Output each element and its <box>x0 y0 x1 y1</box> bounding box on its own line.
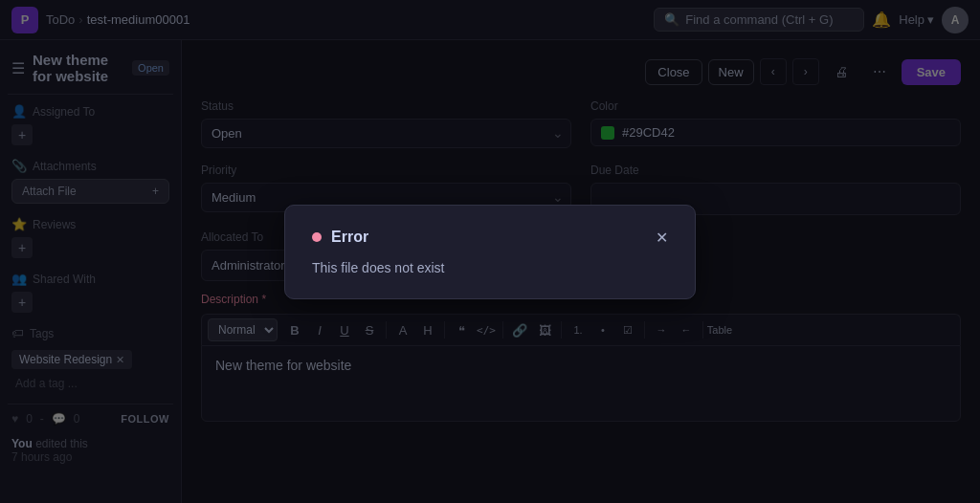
modal-title: Error <box>331 229 646 246</box>
error-modal: Error ✕ This file does not exist <box>284 205 696 299</box>
error-dot-icon <box>312 232 322 242</box>
modal-overlay: Error ✕ This file does not exist <box>0 0 980 503</box>
modal-body: This file does not exist <box>312 260 668 275</box>
modal-close-button[interactable]: ✕ <box>656 229 668 247</box>
app-root: P ToDo › test-medium00001 🔍 Find a comma… <box>0 0 980 503</box>
modal-header: Error ✕ <box>312 229 668 247</box>
